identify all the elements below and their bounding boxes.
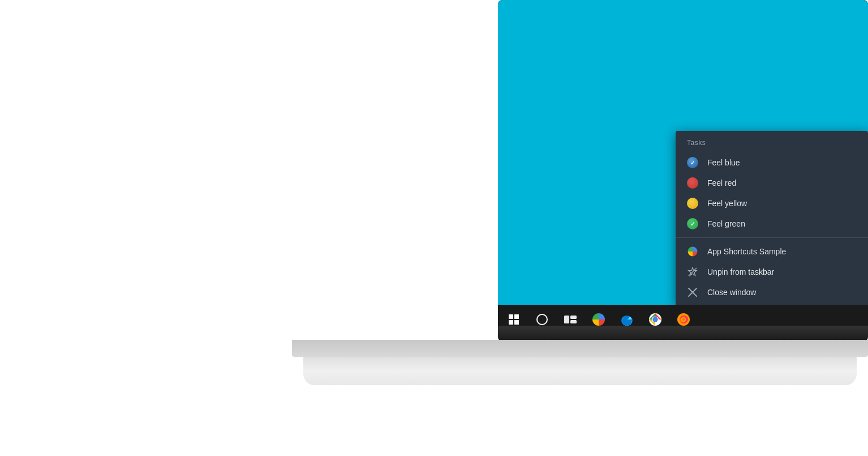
app-shortcuts-sample-item[interactable]: App Shortcuts Sample [676, 241, 868, 262]
chrome-icon [648, 312, 663, 327]
feel-red-label: Feel red [707, 178, 736, 187]
taskbar-pinwheel-icon [591, 312, 606, 327]
unpin-taskbar-label: Unpin from taskbar [707, 267, 774, 276]
tasks-section-label: Tasks [676, 135, 868, 152]
svg-rect-4 [564, 316, 569, 323]
svg-point-14 [682, 318, 685, 321]
feel-yellow-icon [687, 198, 698, 209]
laptop-screen: Tasks ✓ Feel blue Feel red Feel yellow ✓… [498, 0, 868, 334]
feel-blue-label: Feel blue [707, 158, 740, 167]
feel-green-label: Feel green [707, 219, 745, 228]
close-window-item[interactable]: Close window [676, 282, 868, 302]
feel-red-item[interactable]: Feel red [676, 173, 868, 193]
laptop-base-top [292, 340, 868, 357]
svg-point-10 [653, 317, 658, 322]
svg-rect-5 [570, 316, 577, 319]
feel-yellow-item[interactable]: Feel yellow [676, 193, 868, 214]
laptop-base [292, 340, 868, 385]
jump-list-context-menu: Tasks ✓ Feel blue Feel red Feel yellow ✓… [676, 131, 868, 305]
unpin-icon [687, 266, 698, 278]
task-view-icon [564, 314, 577, 325]
unpin-taskbar-item[interactable]: Unpin from taskbar [676, 262, 868, 282]
laptop-base-bottom [303, 357, 857, 385]
close-window-label: Close window [707, 288, 756, 297]
menu-divider [676, 237, 868, 238]
feel-blue-item[interactable]: ✓ Feel blue [676, 152, 868, 173]
edge-icon [620, 312, 634, 327]
app-shortcuts-pinwheel-icon [687, 246, 698, 257]
feel-yellow-label: Feel yellow [707, 199, 747, 208]
app-shortcuts-sample-label: App Shortcuts Sample [707, 247, 786, 256]
search-icon [536, 314, 548, 325]
feel-blue-icon: ✓ [687, 157, 698, 168]
windows-logo-icon [509, 314, 519, 325]
feel-green-icon: ✓ [687, 218, 698, 229]
laptop-bezel-bottom [498, 326, 868, 342]
svg-rect-6 [570, 320, 577, 323]
feel-red-icon [687, 177, 698, 189]
firefox-icon [676, 312, 691, 327]
feel-green-item[interactable]: ✓ Feel green [676, 214, 868, 234]
close-x-icon [687, 287, 698, 298]
